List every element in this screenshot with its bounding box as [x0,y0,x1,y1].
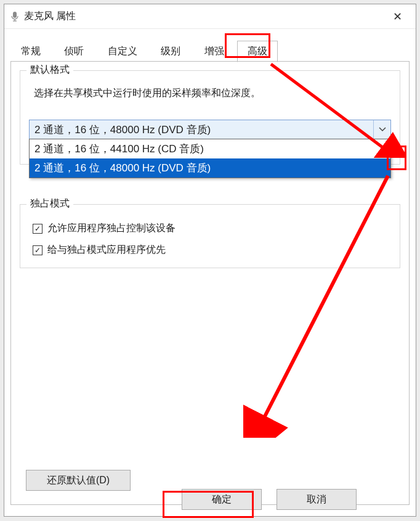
chevron-down-icon [379,127,386,132]
default-format-description: 选择在共享模式中运行时使用的采样频率和位深度。 [34,87,391,100]
cancel-button[interactable]: 取消 [277,489,357,510]
titlebar: 麦克风 属性 ✕ [4,4,416,29]
checkmark-icon: ✓ [34,225,41,232]
tab-enhance[interactable]: 增强 [194,41,235,62]
tab-listen[interactable]: 侦听 [54,41,94,62]
tab-strip: 常规 侦听 自定义 级别 增强 高级 [10,40,410,61]
combobox-arrow-button[interactable] [373,120,390,139]
default-format-group: 默认格式 选择在共享模式中运行时使用的采样频率和位深度。 2 通道，16 位，4… [20,70,400,165]
checkbox-row-priority[interactable]: ✓ 给与独占模式应用程序优先 [33,244,391,256]
exclusive-mode-title: 独占模式 [26,197,73,210]
checkbox-label-priority: 给与独占模式应用程序优先 [47,244,166,256]
format-combobox[interactable]: 2 通道，16 位，48000 Hz (DVD 音质) 2 通道，16 位，44… [29,120,391,139]
microphone-icon [10,11,19,22]
close-button[interactable]: ✕ [385,10,410,23]
format-option-1[interactable]: 2 通道，16 位，48000 Hz (DVD 音质) [30,158,390,178]
checkbox-row-allow-exclusive[interactable]: ✓ 允许应用程序独占控制该设备 [33,222,391,235]
window-title: 麦克风 属性 [24,10,385,23]
checkbox-allow-exclusive[interactable]: ✓ [33,224,42,234]
advanced-panel: 默认格式 选择在共享模式中运行时使用的采样频率和位深度。 2 通道，16 位，4… [10,61,410,505]
checkbox-label-allow-exclusive: 允许应用程序独占控制该设备 [47,222,176,235]
tab-levels[interactable]: 级别 [150,41,191,62]
tab-advanced[interactable]: 高级 [237,41,278,62]
svg-rect-0 [13,12,17,18]
ok-button[interactable]: 确定 [182,489,262,510]
default-format-title: 默认格式 [26,64,73,76]
format-dropdown: 2 通道，16 位，44100 Hz (CD 音质) 2 通道，16 位，480… [29,139,391,178]
properties-window: 麦克风 属性 ✕ 常规 侦听 自定义 级别 增强 高级 默认格式 选择在共享模式… [4,4,416,517]
exclusive-mode-group: 独占模式 ✓ 允许应用程序独占控制该设备 ✓ 给与独占模式应用程序优先 [20,204,400,268]
dialog-footer: 确定 取消 [182,489,357,510]
format-option-0[interactable]: 2 通道，16 位，44100 Hz (CD 音质) [30,139,390,158]
tab-custom[interactable]: 自定义 [97,41,148,62]
window-body: 常规 侦听 自定义 级别 增强 高级 默认格式 选择在共享模式中运行时使用的采样… [4,29,416,512]
checkbox-priority[interactable]: ✓ [33,245,42,255]
format-selected-value: 2 通道，16 位，48000 Hz (DVD 音质) [30,123,373,137]
tab-general[interactable]: 常规 [10,41,51,62]
restore-defaults-button[interactable]: 还原默认值(D) [26,470,131,491]
checkmark-icon: ✓ [34,247,41,254]
